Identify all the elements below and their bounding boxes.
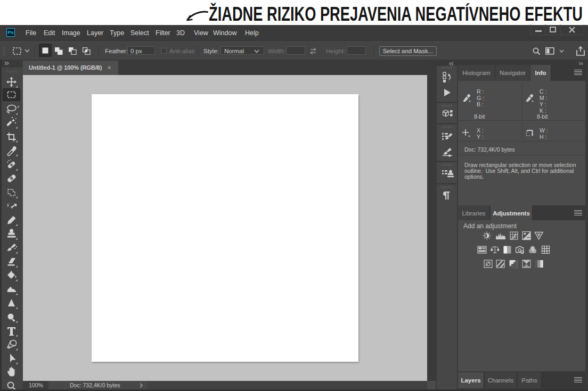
svg-text:W :: W : bbox=[540, 127, 548, 134]
svg-text:Y :: Y : bbox=[477, 134, 484, 140]
svg-text:M :: M : bbox=[540, 95, 548, 101]
svg-text:8-bit: 8-bit bbox=[474, 113, 485, 120]
svg-text:ŽIADNE RIZIKO PREJAVENIA NEGAT: ŽIADNE RIZIKO PREJAVENIA NEGATÍVNEHO EFE… bbox=[209, 3, 583, 25]
svg-text:G :: G : bbox=[477, 95, 484, 101]
svg-text:X :: X : bbox=[477, 127, 484, 134]
svg-text:options.: options. bbox=[464, 173, 484, 180]
svg-text:Y :: Y : bbox=[540, 101, 546, 107]
svg-text:H :: H : bbox=[540, 134, 546, 140]
svg-text:Doc: 732,4K/0 bytes: Doc: 732,4K/0 bytes bbox=[464, 146, 515, 153]
svg-text:8-bit: 8-bit bbox=[537, 113, 548, 120]
svg-text:R :: R : bbox=[477, 88, 484, 95]
svg-text:K :: K : bbox=[540, 107, 546, 114]
svg-text:C :: C : bbox=[540, 88, 546, 95]
svg-text:B :: B : bbox=[477, 101, 484, 107]
